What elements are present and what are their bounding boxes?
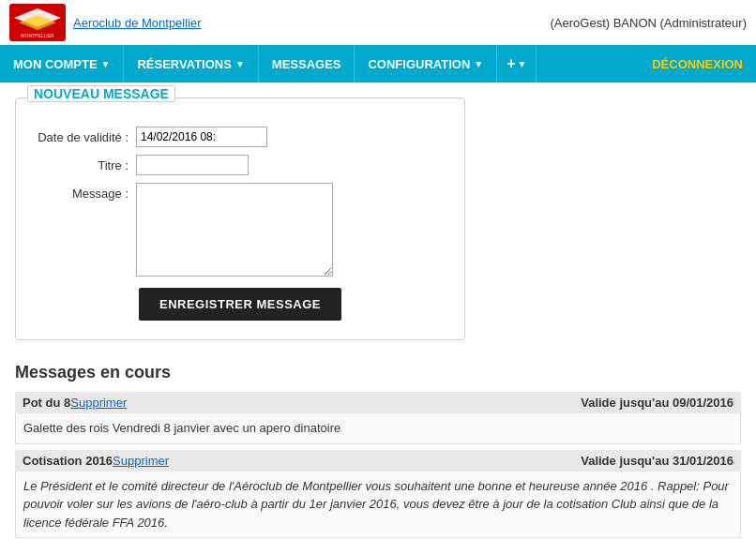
site-name-link[interactable]: Aeroclub de Montpellier <box>73 16 202 30</box>
nav-messages-label: MESSAGES <box>272 57 341 71</box>
message-item: Pot du 8Supprimer Valide jusqu'au 09/01/… <box>15 392 741 444</box>
message-title: Cotisation 2016Supprimer <box>23 454 169 468</box>
page-content: NOUVEAU MESSAGE Date de validité : Titre… <box>0 82 756 554</box>
svg-text:MONTPELLIER: MONTPELLIER <box>21 33 54 38</box>
site-header: MONTPELLIER Aeroclub de Montpellier (Aer… <box>0 0 756 45</box>
aeroclub-logo: MONTPELLIER <box>9 4 66 41</box>
nouveau-message-title: NOUVEAU MESSAGE <box>27 85 175 102</box>
nav-deconnexion[interactable]: DÉCONNEXION <box>639 45 756 82</box>
date-row: Date de validité : <box>35 127 446 147</box>
message-header-row: Pot du 8Supprimer Valide jusqu'au 09/01/… <box>15 392 741 413</box>
message-valid-date: Valide jusqu'au 09/01/2016 <box>581 396 733 410</box>
nav-reservations[interactable]: RÉSERVATIONS ▼ <box>124 45 258 82</box>
nav-plus-button[interactable]: + ▼ <box>497 45 537 82</box>
nav-mon-compte[interactable]: MON COMPTE ▼ <box>0 45 124 82</box>
message-body: Le Président et le comité directeur de l… <box>15 472 741 539</box>
logo-area: MONTPELLIER Aeroclub de Montpellier <box>9 4 202 41</box>
message-body: Galette des rois Vendredi 8 janvier avec… <box>15 413 741 444</box>
titre-row: Titre : <box>35 155 446 175</box>
nav-reservations-label: RÉSERVATIONS <box>137 57 231 71</box>
nav-configuration[interactable]: CONFIGURATION ▼ <box>355 45 497 82</box>
nav-deconnexion-label: DÉCONNEXION <box>652 57 743 71</box>
nav-configuration-arrow: ▼ <box>474 59 483 69</box>
date-label: Date de validité : <box>35 130 129 144</box>
messages-section: Messages en cours Pot du 8Supprimer Vali… <box>15 363 741 538</box>
nav-plus-arrow: ▼ <box>518 59 527 69</box>
nav-plus-label: + <box>507 55 515 72</box>
nav-mon-compte-label: MON COMPTE <box>13 57 98 71</box>
nouveau-message-box: NOUVEAU MESSAGE Date de validité : Titre… <box>15 97 465 340</box>
main-navbar: MON COMPTE ▼ RÉSERVATIONS ▼ MESSAGES CON… <box>0 45 756 82</box>
message-row: Message : <box>35 183 446 277</box>
message-label: Message : <box>35 183 129 201</box>
message-title-prefix: Pot du 8 <box>23 396 70 410</box>
nav-configuration-label: CONFIGURATION <box>368 57 470 71</box>
user-info: (AeroGest) BANON (Administrateur) <box>551 16 748 30</box>
message-textarea[interactable] <box>136 183 333 277</box>
supprimer-link[interactable]: Supprimer <box>113 454 169 468</box>
message-title-prefix: Cotisation 2016 <box>23 454 113 468</box>
messages-heading: Messages en cours <box>15 363 741 382</box>
supprimer-link[interactable]: Supprimer <box>70 396 127 410</box>
titre-input[interactable] <box>136 155 249 175</box>
message-item: Cotisation 2016Supprimer Valide jusqu'au… <box>15 450 741 539</box>
nav-messages[interactable]: MESSAGES <box>259 45 355 82</box>
message-title: Pot du 8Supprimer <box>23 396 127 410</box>
nav-reservations-arrow: ▼ <box>235 59 245 69</box>
message-valid-date: Valide jusqu'au 31/01/2016 <box>581 454 733 468</box>
message-header-row: Cotisation 2016Supprimer Valide jusqu'au… <box>15 450 741 472</box>
nav-mon-compte-arrow: ▼ <box>101 59 111 69</box>
titre-label: Titre : <box>35 158 129 172</box>
date-input[interactable] <box>136 127 267 147</box>
save-message-button[interactable]: ENREGISTRER MESSAGE <box>139 288 341 321</box>
